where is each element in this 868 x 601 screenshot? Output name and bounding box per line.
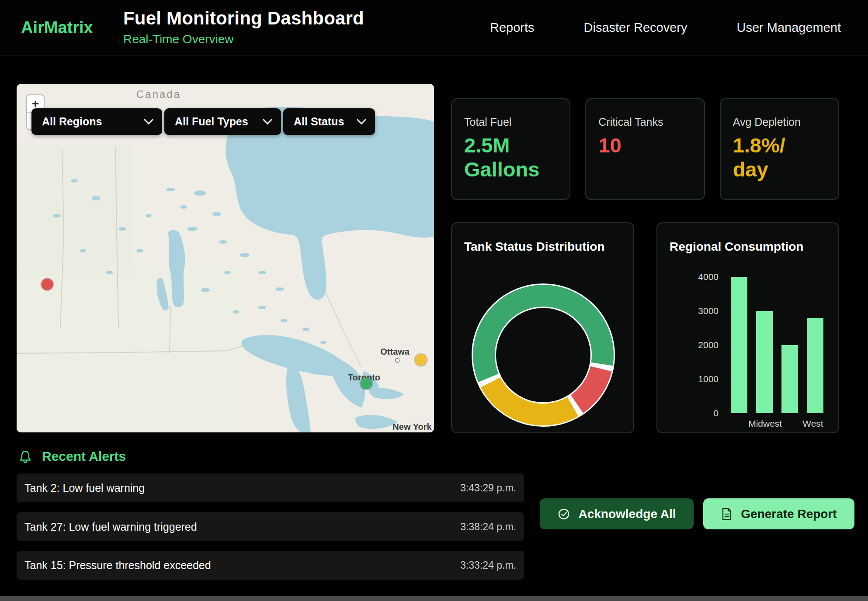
- document-icon: [721, 508, 733, 521]
- bar-plot: [731, 277, 823, 413]
- status-filter-dropdown[interactable]: All Status: [283, 108, 375, 135]
- bottom-scrollbar-strip[interactable]: [0, 596, 868, 601]
- alert-timestamp: 3:38:24 p.m.: [460, 521, 516, 533]
- bar-y-ticks: 40003000200010000: [670, 271, 719, 419]
- stat-card: Avg Depletion 1.8%/day: [720, 98, 839, 200]
- fuel-type-filter-value: All Fuel Types: [175, 115, 248, 128]
- generate-report-button[interactable]: Generate Report: [703, 498, 854, 529]
- x-tick-label: Midwest: [755, 418, 776, 429]
- bar-chart-title: Regional Consumption: [670, 240, 826, 254]
- tank-status-card: Tank Status Distribution: [451, 222, 634, 433]
- chevron-down-icon: [144, 119, 153, 124]
- alert-message: Tank 15: Pressure threshold exceeded: [24, 559, 211, 572]
- main-nav: Reports Disaster Recovery User Managemen…: [490, 0, 841, 55]
- stat-cards-row: Total Fuel 2.5MGallons Critical Tanks 10…: [451, 98, 839, 200]
- page-title: Fuel Monitoring Dashboard: [123, 8, 364, 29]
- chevron-down-icon: [263, 119, 272, 124]
- generate-report-label: Generate Report: [741, 507, 837, 521]
- stat-value: 10: [598, 134, 691, 158]
- y-tick-label: 4000: [670, 271, 719, 283]
- y-tick-label: 1000: [670, 373, 719, 385]
- y-tick-label: 2000: [670, 339, 719, 351]
- page-subtitle: Real-Time Overview: [123, 32, 364, 46]
- acknowledge-all-label: Acknowledge All: [578, 507, 676, 521]
- map-marker-critical[interactable]: [41, 278, 53, 290]
- nav-user-management[interactable]: User Management: [736, 21, 841, 35]
- stat-value: 1.8%/day: [733, 134, 826, 181]
- y-tick-label: 3000: [670, 305, 719, 317]
- fuel-type-filter-dropdown[interactable]: All Fuel Types: [164, 108, 281, 135]
- bar: [781, 345, 798, 413]
- bell-icon: [18, 449, 32, 463]
- alert-row: Tank 2: Low fuel warning 3:43:29 p.m.: [17, 473, 524, 502]
- nav-reports[interactable]: Reports: [490, 21, 535, 35]
- map-panel: Canada Ottawa Toronto New York + − All R…: [17, 84, 434, 432]
- tank-status-donut: [469, 281, 618, 429]
- acknowledge-all-button[interactable]: Acknowledge All: [540, 498, 694, 529]
- alert-message: Tank 27: Low fuel warning triggered: [24, 521, 197, 533]
- y-tick-label: 0: [670, 408, 719, 419]
- alert-row: Tank 15: Pressure threshold exceeded 3:3…: [17, 551, 524, 580]
- stat-label: Critical Tanks: [598, 116, 691, 128]
- fuel-monitoring-dashboard: AirMatrix Fuel Monitoring Dashboard Real…: [0, 0, 868, 601]
- region-filter-value: All Regions: [42, 115, 102, 128]
- bar: [807, 318, 823, 413]
- app-header: AirMatrix Fuel Monitoring Dashboard Real…: [0, 0, 868, 55]
- x-tick-label: West: [802, 418, 823, 429]
- map-marker-normal[interactable]: [361, 378, 372, 390]
- map-marker-layer: [17, 84, 434, 432]
- alert-timestamp: 3:33:24 p.m.: [460, 560, 516, 571]
- map-marker-warning[interactable]: [415, 354, 427, 366]
- chart-cards-row: Tank Status Distribution Regional Consum…: [451, 222, 839, 433]
- recent-alerts-title: Recent Alerts: [42, 449, 126, 464]
- bar: [756, 311, 773, 413]
- chevron-down-icon: [357, 119, 366, 124]
- stat-card: Total Fuel 2.5MGallons: [451, 98, 570, 200]
- stat-value: 2.5MGallons: [464, 134, 557, 181]
- alert-row: Tank 27: Low fuel warning triggered 3:38…: [17, 512, 524, 541]
- nav-disaster-recovery[interactable]: Disaster Recovery: [584, 21, 687, 35]
- alert-message: Tank 2: Low fuel warning: [24, 482, 145, 494]
- map-filters: All Regions All Fuel Types All Status: [31, 108, 375, 135]
- brand-logo[interactable]: AirMatrix: [21, 18, 93, 37]
- bar-x-labels: MidwestWest: [731, 418, 823, 429]
- x-tick-label: [778, 418, 799, 429]
- stat-label: Avg Depletion: [733, 116, 826, 128]
- regional-consumption-card: Regional Consumption 40003000200010000 M…: [656, 222, 839, 433]
- check-circle-icon: [557, 508, 570, 521]
- alert-timestamp: 3:43:29 p.m.: [460, 482, 516, 494]
- stat-label: Total Fuel: [464, 116, 557, 128]
- stat-card: Critical Tanks 10: [585, 98, 705, 200]
- recent-alerts-heading: Recent Alerts: [18, 449, 126, 464]
- donut-chart-title: Tank Status Distribution: [464, 240, 621, 254]
- title-block: Fuel Monitoring Dashboard Real-Time Over…: [123, 8, 364, 46]
- status-filter-value: All Status: [294, 115, 344, 128]
- region-filter-dropdown[interactable]: All Regions: [31, 108, 162, 135]
- bar: [731, 277, 747, 413]
